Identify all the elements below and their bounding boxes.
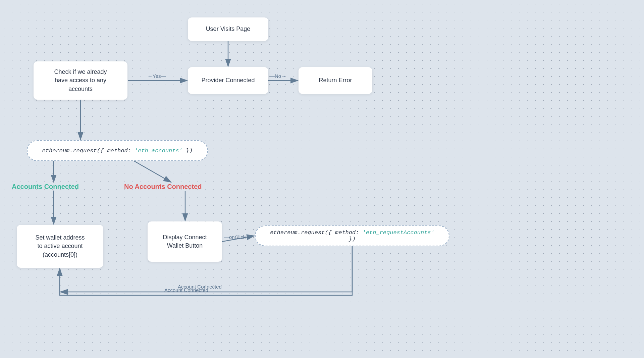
- account-connected-text: Account Connected: [164, 287, 208, 293]
- arrows-svg-2: Account Connected: [0, 0, 644, 358]
- accounts-connected-label: Accounts Connected: [12, 183, 79, 191]
- arrows-svg: ←Yes— —No→ —onClick→ Account Connected: [0, 0, 644, 358]
- display-connect-label: Display Connect Wallet Button: [163, 233, 207, 250]
- check-access-label: Check if we already have access to any a…: [54, 68, 107, 93]
- eth-accounts-code: ethereum.request({ method: 'eth_accounts…: [42, 148, 193, 154]
- user-visits-label: User Visits Page: [206, 25, 251, 33]
- provider-connected-label: Provider Connected: [201, 76, 255, 85]
- eth-request-accounts-code: ethereum.request({ method: 'eth_requestA…: [266, 229, 438, 242]
- node-return-error: Return Error: [299, 67, 372, 94]
- no-label: —No→: [270, 73, 286, 79]
- node-display-connect: Display Connect Wallet Button: [148, 221, 222, 262]
- no-accounts-connected-label: No Accounts Connected: [124, 183, 202, 191]
- diagram-container: User Visits Page Provider Connected Retu…: [0, 0, 644, 358]
- set-wallet-label: Set wallet address to active account (ac…: [35, 234, 85, 259]
- node-user-visits: User Visits Page: [188, 17, 268, 41]
- arrow-eth-to-no-accounts: [134, 161, 171, 182]
- account-connected-label: Account Connected: [178, 284, 222, 290]
- node-provider-connected: Provider Connected: [188, 67, 268, 94]
- yes-label: ←Yes—: [148, 73, 166, 79]
- return-error-label: Return Error: [319, 76, 352, 85]
- node-set-wallet: Set wallet address to active account (ac…: [17, 225, 103, 268]
- node-eth-request-accounts: ethereum.request({ method: 'eth_requestA…: [255, 225, 449, 246]
- onclick-label: —onClick→: [224, 234, 251, 240]
- node-eth-accounts: ethereum.request({ method: 'eth_accounts…: [27, 140, 208, 161]
- arrow-display-to-eth-request: [222, 236, 254, 242]
- node-check-access: Check if we already have access to any a…: [34, 61, 127, 100]
